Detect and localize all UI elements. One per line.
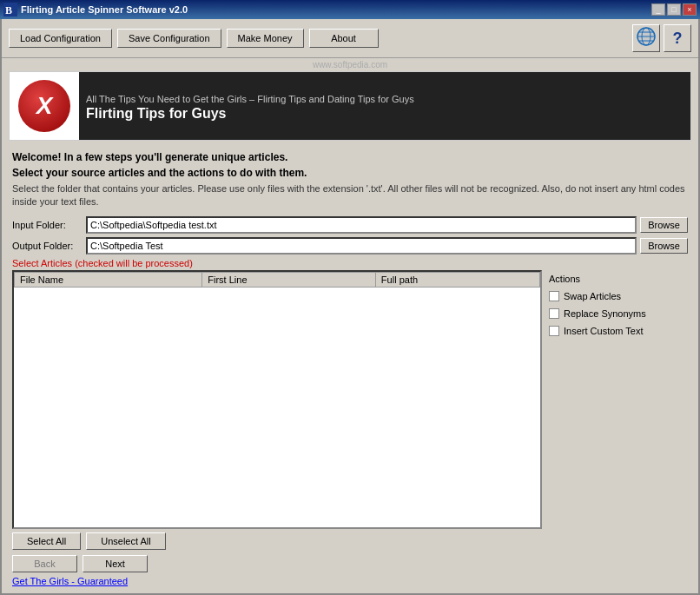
banner-subtitle: All The Tips You Need to Get the Girls –…	[86, 90, 690, 106]
svg-point-7	[637, 28, 655, 45]
title-bar: B Flirting Article Spinner Software v2.0…	[0, 0, 700, 19]
help-button[interactable]: ?	[664, 24, 691, 52]
articles-table-container[interactable]: File Name First Line Full path	[12, 270, 542, 529]
next-button[interactable]: Next	[83, 555, 148, 572]
action-label-0: Swap Articles	[564, 291, 621, 301]
title-bar-controls: _ □ ×	[651, 3, 697, 16]
welcome-text: Welcome! In a few steps you'll generate …	[12, 149, 688, 181]
output-folder-row: Output Folder: Browse	[12, 237, 688, 255]
content-area: Welcome! In a few steps you'll generate …	[2, 146, 698, 593]
col-header-filename[interactable]: File Name	[15, 272, 202, 287]
banner-content: All The Tips You Need to Get the Girls –…	[79, 72, 690, 140]
output-folder-label: Output Folder:	[12, 241, 86, 251]
nav-row: Back Next	[12, 552, 688, 574]
about-button[interactable]: About	[309, 29, 379, 48]
app-icon: B	[3, 3, 17, 17]
input-folder-input[interactable]	[86, 216, 637, 234]
minimize-button[interactable]: _	[651, 3, 665, 16]
action-checkbox-1[interactable]	[549, 308, 559, 319]
articles-table: File Name First Line Full path	[14, 272, 540, 288]
action-item-2: Insert Custom Text	[549, 326, 688, 336]
footer-link[interactable]: Get The Girls - Guaranteed	[12, 576, 688, 586]
articles-label: Select Articles (checked will be process…	[12, 258, 542, 268]
banner-logo: X	[10, 71, 79, 141]
action-checkbox-0[interactable]	[549, 291, 559, 301]
globe-icon	[636, 26, 657, 51]
select-all-button[interactable]: Select All	[12, 532, 81, 550]
col-header-firstline[interactable]: First Line	[202, 272, 376, 287]
help-icon: ?	[673, 30, 683, 48]
output-folder-browse-button[interactable]: Browse	[640, 238, 688, 254]
action-label-1: Replace Synonyms	[564, 308, 646, 319]
unselect-all-button[interactable]: Unselect All	[86, 532, 165, 550]
articles-actions-section: Select Articles (checked will be process…	[12, 258, 688, 529]
title-bar-text: Flirting Article Spinner Software v2.0	[21, 4, 651, 15]
actions-panel: Actions Swap Articles Replace Synonyms I…	[549, 258, 688, 529]
toolbar-right-icons: ?	[632, 24, 691, 52]
action-checkbox-2[interactable]	[549, 326, 559, 336]
selection-buttons-row: Select All Unselect All	[12, 529, 688, 552]
brand-text: www.softpedia.com	[313, 60, 387, 69]
action-item-1: Replace Synonyms	[549, 308, 688, 319]
close-button[interactable]: ×	[683, 3, 697, 16]
banner: X All The Tips You Need to Get the Girls…	[9, 71, 691, 141]
instruction-text: Select the folder that contains your art…	[12, 182, 688, 209]
save-configuration-button[interactable]: Save Configuration	[117, 29, 221, 48]
actions-label: Actions	[549, 274, 688, 284]
make-money-button[interactable]: Make Money	[227, 29, 304, 48]
articles-left-panel: Select Articles (checked will be process…	[12, 258, 542, 529]
main-window: Load Configuration Save Configuration Ma…	[0, 19, 700, 595]
brand-strip: www.softpedia.com	[2, 58, 698, 71]
banner-circle-icon: X	[18, 80, 70, 132]
input-folder-row: Input Folder: Browse	[12, 216, 688, 234]
input-folder-browse-button[interactable]: Browse	[640, 217, 688, 233]
back-button[interactable]: Back	[12, 555, 77, 572]
maximize-button[interactable]: □	[667, 3, 681, 16]
load-configuration-button[interactable]: Load Configuration	[9, 29, 112, 48]
toolbar: Load Configuration Save Configuration Ma…	[2, 19, 698, 58]
banner-title: Flirting Tips for Guys	[86, 106, 690, 122]
action-label-2: Insert Custom Text	[564, 326, 644, 336]
svg-text:B: B	[5, 4, 12, 17]
action-item-0: Swap Articles	[549, 291, 688, 301]
globe-button[interactable]	[632, 24, 660, 52]
input-folder-label: Input Folder:	[12, 220, 86, 230]
output-folder-input[interactable]	[86, 237, 637, 255]
col-header-fullpath[interactable]: Full path	[375, 272, 539, 287]
